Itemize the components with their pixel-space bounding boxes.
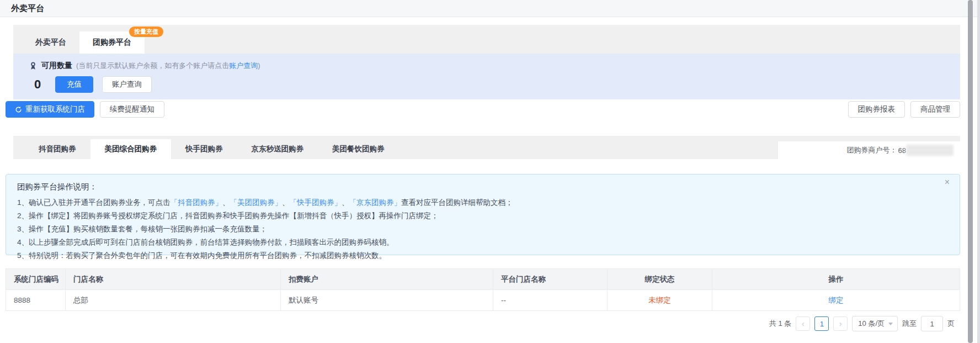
quota-panel: 可用数量 (当前只显示默认账户余额，如有多个账户请点击账户查询) 0 充值 账户… (13, 54, 960, 99)
coupon-tabbar: 抖音团购券 美团综合团购券 快手团购券 京东秒送团购券 美团餐饮团购券 团购券商… (13, 136, 960, 159)
page: 外卖平台 外卖平台 团购券平台 按量充值 可用数量 (当前只显示默认账户余额，如… (0, 0, 980, 343)
tab-meituan-general-coupon[interactable]: 美团综合团购券 (90, 139, 172, 159)
next-page-button[interactable]: › (833, 316, 848, 331)
kuaishou-coupon-link[interactable]: 「快手团购券」 (290, 198, 342, 207)
table-header-row: 系统门店编码 门店名称 扣费账户 平台门店名称 绑定状态 操作 (6, 269, 960, 290)
line1-sep: 、 (282, 198, 290, 207)
cell-store-name: 总部 (66, 290, 281, 311)
meituan-coupon-link[interactable]: 「美团团购券」 (230, 198, 283, 207)
cell-charge-account: 默认账号 (281, 290, 493, 311)
instruction-line-1: 1、确认已入驻并开通平台团购券业务，可点击「抖音团购券」、「美团团购券」、「快手… (17, 196, 949, 209)
refresh-stores-button[interactable]: 重新获取系统门店 (6, 101, 94, 118)
main-tabbar: 外卖平台 团购券平台 按量充值 (13, 25, 960, 54)
line1-prefix: 1、确认已入驻并开通平台团购券业务，可点击 (17, 198, 171, 207)
pagination: 共 1 条 ‹ 1 › 10 条/页 跳至 页 (769, 316, 955, 331)
prev-page-button[interactable]: ‹ (796, 316, 810, 331)
douyin-coupon-link[interactable]: 「抖音团购券」 (171, 198, 223, 207)
account-query-link[interactable]: 账户查询 (229, 61, 258, 70)
line1-suffix: 查看对应平台团购详细帮助文档； (401, 198, 513, 207)
quota-value: 0 (34, 77, 46, 92)
tab-jd-coupon[interactable]: 京东秒送团购券 (237, 139, 318, 159)
cell-bind-status: 未绑定 (608, 290, 712, 311)
page-header: 外卖平台 (0, 0, 980, 17)
instruction-line-5: 5、特别说明：若购买了聚合外卖包年的门店，可在有效期内免费使用所有平台团购券，不… (17, 249, 949, 262)
instruction-line-2: 2、操作【绑定】将团购券账号授权绑定系统门店，抖音团购券和快手团购券先操作【新增… (17, 209, 949, 223)
jump-page-input[interactable] (921, 316, 943, 331)
instruction-line-3: 3、操作【充值】购买核销数量套餐，每核销一张团购券扣减一条充值数量； (17, 223, 949, 236)
header-store-name: 门店名称 (66, 269, 281, 290)
tab-label: 团购券平台 (93, 38, 131, 48)
tab-label: 美团综合团购券 (105, 144, 157, 154)
header-platform-store-name: 平台门店名称 (493, 269, 608, 290)
refresh-label: 重新获取系统门店 (25, 104, 85, 114)
scrollbar-thumb[interactable] (968, 0, 973, 343)
tab-meituan-food-coupon[interactable]: 美团餐饮团购券 (318, 139, 399, 159)
tab-groupbuy-platform[interactable]: 团购券平台 按量充值 (79, 31, 145, 54)
jump-label: 跳至 (902, 319, 917, 329)
tab-label: 美团餐饮团购券 (332, 144, 385, 154)
jump-unit: 页 (947, 319, 955, 329)
header-bind-status: 绑定状态 (608, 269, 712, 290)
quota-hint: (当前只显示默认账户余额，如有多个账户请点击账户查询) (76, 61, 260, 71)
recharge-button[interactable]: 充值 (55, 76, 93, 93)
refresh-icon (15, 106, 22, 113)
pay-per-use-badge: 按量充值 (129, 27, 163, 37)
scrollbar-track-edge (977, 0, 980, 343)
tab-douyin-coupon[interactable]: 抖音团购券 (24, 139, 90, 159)
header-charge-account: 扣费账户 (281, 269, 493, 290)
table-row: 8888 总部 默认账号 -- 未绑定 绑定 (6, 290, 960, 311)
cell-operation: 绑定 (712, 290, 960, 311)
page-title: 外卖平台 (11, 3, 44, 14)
total-count: 共 1 条 (769, 319, 791, 329)
tab-kuaishou-coupon[interactable]: 快手团购券 (171, 139, 237, 159)
coupon-report-button[interactable]: 团购券报表 (848, 101, 906, 118)
action-row: 重新获取系统门店 续费提醒通知 团购券报表 商品管理 (6, 101, 960, 118)
quota-label: 可用数量 (41, 61, 72, 71)
jd-coupon-link[interactable]: 「京东团购券」 (349, 198, 402, 207)
header-operation: 操作 (712, 269, 960, 290)
tab-label: 外卖平台 (35, 38, 66, 48)
quota-hint-suffix: ) (258, 61, 260, 70)
product-manage-button[interactable]: 商品管理 (910, 101, 960, 118)
current-page-button[interactable]: 1 (814, 316, 829, 331)
line1-sep: 、 (342, 198, 349, 207)
quota-hint-prefix: (当前只显示默认账户余额，如有多个账户请点击 (76, 61, 229, 70)
account-query-button[interactable]: 账户查询 (102, 76, 152, 93)
instruction-line-4: 4、以上步骤全部完成后即可到在门店前台核销团购券，前台结算选择购物券付款，扫描顾… (17, 236, 949, 249)
medal-icon (29, 61, 38, 70)
bind-link[interactable]: 绑定 (829, 295, 844, 305)
page-size-select[interactable]: 10 条/页 (852, 316, 898, 331)
tab-waimai-platform[interactable]: 外卖平台 (22, 31, 79, 54)
status-badge: 未绑定 (648, 295, 671, 305)
page-size-value: 10 条/页 (858, 319, 885, 329)
cell-platform-store-name: -- (493, 290, 608, 311)
merchant-id: 团购券商户号： 68 (778, 141, 960, 159)
close-icon[interactable]: × (945, 178, 950, 187)
line1-sep: 、 (222, 198, 230, 207)
cell-store-code: 8888 (6, 290, 66, 311)
tab-label: 快手团购券 (185, 144, 223, 154)
merchant-id-label: 团购券商户号： (847, 145, 897, 155)
instructions-panel: × 团购券平台操作说明： 1、确认已入驻并开通平台团购券业务，可点击「抖音团购券… (6, 174, 960, 255)
merchant-id-redaction (906, 145, 954, 156)
merchant-id-value: 68 (898, 146, 906, 155)
instructions-title: 团购券平台操作说明： (17, 182, 949, 192)
header-store-code: 系统门店编码 (6, 269, 66, 290)
stores-table: 系统门店编码 门店名称 扣费账户 平台门店名称 绑定状态 操作 8888 总部 … (6, 268, 960, 311)
tab-label: 抖音团购券 (39, 144, 76, 154)
renew-notice-button[interactable]: 续费提醒通知 (100, 101, 164, 118)
tab-label: 京东秒送团购券 (252, 144, 304, 154)
chevron-down-icon (888, 323, 893, 325)
